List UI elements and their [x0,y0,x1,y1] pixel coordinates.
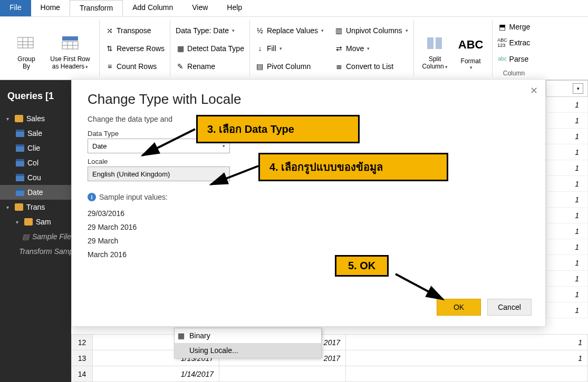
row-number[interactable]: 13 [72,350,93,366]
grid-cell[interactable]: 1 [546,208,588,223]
grid-cell[interactable]: 1 [546,176,588,192]
locale-value: English (United Kingdom) [92,170,170,178]
grid-cell[interactable]: 1 [546,160,588,176]
sample-value: March 2016 [88,248,529,261]
tree-item-label: Trans [26,203,45,211]
groupby-icon [17,33,36,52]
tab-home[interactable]: Home [31,0,70,16]
grid-cell[interactable]: 1 [546,271,588,287]
transpose-button[interactable]: ⤭Transpose [105,23,165,38]
cancel-button[interactable]: Cancel [487,299,532,316]
convert-button[interactable]: ≣Convert to List [334,58,408,74]
grid-cell[interactable]: 1 [546,239,588,255]
datatype-value: Date [92,142,107,150]
grid-cell[interactable]: 1 [546,255,588,271]
rename-label: Rename [187,62,215,71]
parse-button[interactable]: abcParse [498,52,531,66]
table-icon [16,189,24,196]
usefirstrow-button[interactable]: Use First Rowas Headers▾ [46,19,94,72]
extract-button[interactable]: ABC123Extrac [498,35,531,50]
unpivot-button[interactable]: ▥Unpivot Columns▾ [334,23,408,38]
groupby-label: GroupBy [17,55,35,70]
text-column-group-label: Column [498,70,531,77]
rename-button[interactable]: ✎Rename [176,58,244,74]
sidebar-item[interactable]: Sale [0,126,71,141]
binary-icon: ▦ [178,331,185,340]
split-label: SplitColumn▾ [422,55,447,70]
chevron-down-icon: ▾ [232,28,235,33]
sidebar-item[interactable]: ▤Sample File [0,229,71,244]
tab-help[interactable]: Help [217,0,252,16]
grid-cell[interactable]: 1 [546,144,588,160]
column-dropdown-icon[interactable]: ▾ [573,83,583,94]
count-icon: ≡ [105,62,114,71]
datatype-button[interactable]: Data Type: Date▾ [176,23,244,38]
format-button[interactable]: ABC Format ▾ [455,19,487,72]
sidebar-item[interactable]: ▾Sales [0,111,71,126]
sidebar-item[interactable]: ▾Sam [0,214,71,229]
sidebar-item[interactable]: Transform Sample... [0,244,71,259]
svg-rect-5 [62,36,78,41]
replace-label: Replace Values [267,26,318,35]
parse-icon: abc [498,54,507,64]
menu-item-usinglocale[interactable]: Using Locale... [175,343,321,358]
transpose-icon: ⤭ [105,26,114,35]
sidebar-item[interactable]: Col [0,155,71,170]
parse-label: Parse [509,55,529,63]
pivot-button[interactable]: ▤Pivot Column [255,58,324,74]
count-button[interactable]: ≡Count Rows [105,58,165,74]
move-button[interactable]: ⇄Move▾ [334,41,408,56]
annotation-4: 4. เลือกรูปแบบของข้อมูล [258,153,448,181]
grid-cell[interactable]: 1 [546,129,588,144]
tree-item-label: Date [27,188,43,197]
grid-cell[interactable]: 1 [546,287,588,302]
move-label: Move [346,44,364,53]
row-number[interactable]: 14 [72,366,93,382]
grid-cell[interactable]: 1 [546,113,588,129]
grid-cell[interactable]: 1 [346,350,588,366]
chevron-down-icon: ▾ [470,65,473,70]
svg-rect-0 [17,37,33,48]
row-number[interactable]: 12 [72,335,93,350]
tab-view[interactable]: View [182,0,217,16]
fill-label: Fill [267,44,276,53]
datatype-context-menu: ▦Binary Using Locale... [174,328,322,358]
menu-item-binary[interactable]: ▦Binary [175,328,321,343]
column-header[interactable]: ▾ [546,80,588,97]
grid-cell[interactable] [346,366,588,382]
detect-button[interactable]: ▦Detect Data Type [176,41,244,56]
grid-cell[interactable]: 1 [546,192,588,208]
grid-bottom-rows: 1220171131/13/201720171141/14/2017 [71,334,588,382]
tab-transform[interactable]: Transform [70,0,123,16]
grid-cell[interactable] [219,366,346,382]
grid-cell[interactable]: 1 [546,97,588,113]
grid-cell[interactable]: 1 [546,223,588,239]
replace-button[interactable]: ½Replace Values▾ [255,23,324,38]
ribbon-content: GroupBy Use First Rowas Headers▾ ⤭Transp… [0,17,588,80]
grid-cell[interactable]: 1 [546,302,588,318]
grid-cell[interactable]: 1/14/2017 [93,366,219,382]
tab-file[interactable]: File [0,0,31,16]
tree-item-label: Sample File [32,232,71,241]
tab-addcolumn[interactable]: Add Column [123,0,182,16]
fill-button[interactable]: ↓Fill▾ [255,41,324,56]
tree-item-label: Sam [36,218,51,226]
queries-title: Queries [1 [0,85,71,111]
grid-cell[interactable]: 1 [346,335,588,350]
table-icon [16,130,24,137]
merge-button[interactable]: ⬒Merge [498,19,531,34]
reverse-button[interactable]: ⇅Reverse Rows [105,41,165,56]
grid-last-column: ▾ 11111111111111 [546,80,588,318]
chevron-down-icon: ▾ [367,46,370,51]
datatype-label: Data Type: Date [176,26,229,35]
sidebar-item[interactable]: Clie [0,141,71,155]
sidebar-item[interactable]: Cou [0,170,71,185]
groupby-button[interactable]: GroupBy [11,19,42,72]
sidebar-item[interactable]: Date [0,185,71,200]
sidebar-item[interactable]: ▾Trans [0,200,71,214]
chevron-down-icon: ▾ [279,46,282,51]
sample-header: iSample input values: [88,193,529,201]
split-button[interactable]: SplitColumn▾ [419,19,451,72]
close-button[interactable]: ✕ [530,85,538,96]
table-icon [16,159,24,166]
